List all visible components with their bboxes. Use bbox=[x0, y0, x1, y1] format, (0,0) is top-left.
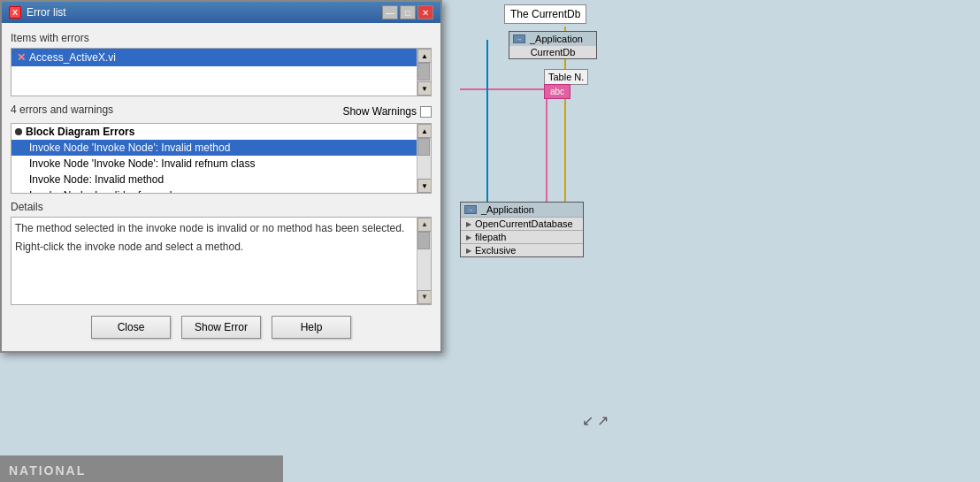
title-icon: X bbox=[9, 6, 21, 19]
error-text-0: Invoke Node 'Invoke Node': Invalid metho… bbox=[29, 142, 230, 154]
currentdb-label: The CurrentDb bbox=[510, 8, 580, 20]
details-container: The method selected in the invoke node i… bbox=[11, 217, 432, 305]
tablename-label: Table N. bbox=[548, 72, 584, 82]
items-list-container[interactable]: ✕ Access_ActiveX.vi ▲ ▼ bbox=[11, 48, 432, 96]
details-scrollbar[interactable]: ▲ ▼ bbox=[417, 218, 431, 304]
access-activex-label: Access_ActiveX.vi bbox=[29, 51, 116, 64]
details-text-line1: The method selected in the invoke node i… bbox=[15, 221, 415, 236]
open-current-db-row: OpenCurrentDatabase bbox=[461, 217, 583, 230]
logo-text: NATIONAL bbox=[9, 463, 86, 478]
scroll-down-arrow[interactable]: ▼ bbox=[417, 81, 432, 96]
wire-blue-v bbox=[486, 40, 488, 217]
node-tablename: Table N. bbox=[544, 69, 588, 85]
currentdb-row: CurrentDb bbox=[509, 46, 596, 58]
dialog-titlebar[interactable]: X Error list — □ ✕ bbox=[2, 2, 440, 23]
show-warnings-checkbox[interactable] bbox=[420, 106, 432, 118]
error-item-3[interactable]: Invoke Node: Invalid refnum class bbox=[11, 187, 417, 194]
group-header-label: Block Diagram Errors bbox=[26, 126, 134, 138]
abc-label: abc bbox=[550, 87, 564, 96]
errors-header: 4 errors and warnings Show Warnings bbox=[11, 103, 432, 119]
arrow-icon-top: → bbox=[513, 34, 525, 43]
error-item-1[interactable]: Invoke Node 'Invoke Node': Invalid refnu… bbox=[11, 156, 417, 172]
details-section: Details The method selected in the invok… bbox=[11, 201, 432, 305]
wire-pink-h1 bbox=[460, 88, 546, 90]
restore-button[interactable]: □ bbox=[400, 5, 416, 19]
dialog-body: Items with errors ✕ Access_ActiveX.vi ▲ … bbox=[2, 23, 440, 351]
node-currentdb-top: The CurrentDb bbox=[504, 4, 586, 24]
node-abc: abc bbox=[544, 84, 570, 99]
errors-count-label: 4 errors and warnings bbox=[11, 103, 113, 116]
errors-scroll-thumb[interactable] bbox=[417, 138, 430, 156]
items-scrollbar[interactable]: ▲ ▼ bbox=[417, 49, 431, 96]
node-application-bottom: → _Application OpenCurrentDatabase filep… bbox=[460, 202, 584, 257]
error-text-3: Invoke Node: Invalid refnum class bbox=[29, 189, 188, 194]
arrow-icon-bottom: → bbox=[464, 205, 477, 214]
titlebar-controls: — □ ✕ bbox=[382, 5, 433, 19]
titlebar-left: X Error list bbox=[9, 6, 66, 19]
scroll-up-arrow[interactable]: ▲ bbox=[417, 49, 432, 63]
show-warnings-area: Show Warnings bbox=[342, 105, 432, 118]
details-text-line2: Right-click the invoke node and select a… bbox=[15, 240, 415, 255]
errors-scrollbar[interactable]: ▲ ▼ bbox=[417, 124, 431, 193]
block-diagram-errors-header: Block Diagram Errors bbox=[11, 124, 417, 140]
errors-scroll-down[interactable]: ▼ bbox=[417, 179, 432, 193]
close-window-button[interactable]: ✕ bbox=[417, 5, 433, 19]
details-scroll-thumb[interactable] bbox=[417, 232, 430, 249]
node-application-top: → _Application CurrentDb bbox=[509, 31, 597, 59]
error-x-icon: ✕ bbox=[17, 51, 26, 64]
close-button[interactable]: Close bbox=[91, 316, 171, 339]
access-activex-item[interactable]: ✕ Access_ActiveX.vi bbox=[11, 49, 417, 66]
error-item-0[interactable]: Invoke Node 'Invoke Node': Invalid metho… bbox=[11, 140, 417, 156]
error-text-1: Invoke Node 'Invoke Node': Invalid refnu… bbox=[29, 157, 255, 170]
error-item-2[interactable]: Invoke Node: Invalid method bbox=[11, 172, 417, 187]
dialog-title: Error list bbox=[27, 6, 66, 19]
errors-scroll-up[interactable]: ▲ bbox=[417, 124, 432, 138]
show-error-button[interactable]: Show Error bbox=[181, 316, 261, 339]
details-label: Details bbox=[11, 201, 432, 213]
error-text-2: Invoke Node: Invalid method bbox=[29, 173, 164, 186]
items-with-errors-label: Items with errors bbox=[11, 32, 432, 44]
bottom-bar: NATIONAL bbox=[0, 455, 283, 482]
filepath-row: filepath bbox=[461, 230, 583, 243]
details-scroll-down[interactable]: ▼ bbox=[417, 290, 432, 304]
minimize-button[interactable]: — bbox=[382, 5, 398, 19]
button-row: Close Show Error Help bbox=[11, 312, 432, 342]
errors-list-container[interactable]: Block Diagram Errors Invoke Node 'Invoke… bbox=[11, 123, 432, 194]
app-top-label: _Application bbox=[530, 34, 583, 44]
cursor-area: ↙ ↗ bbox=[582, 412, 609, 429]
exclusive-row: Exclusive bbox=[461, 243, 583, 256]
app-bottom-label: _Application bbox=[481, 204, 534, 215]
help-button[interactable]: Help bbox=[272, 316, 351, 339]
details-scroll-up[interactable]: ▲ bbox=[417, 218, 432, 232]
bullet-icon bbox=[15, 128, 22, 135]
wire-pink-v1 bbox=[546, 88, 547, 212]
error-list-dialog: X Error list — □ ✕ Items with errors ✕ A… bbox=[0, 0, 442, 353]
show-warnings-label: Show Warnings bbox=[342, 105, 417, 118]
scroll-thumb[interactable] bbox=[417, 63, 430, 80]
